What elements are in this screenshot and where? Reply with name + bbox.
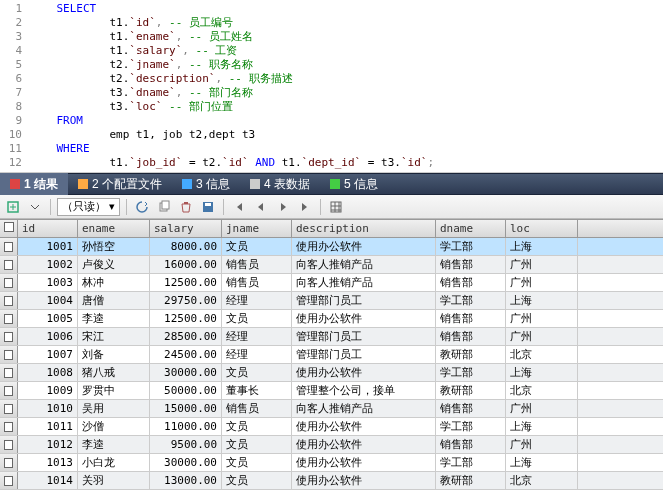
cell-salary: 30000.00 <box>150 364 222 381</box>
cell-description: 使用办公软件 <box>292 238 436 255</box>
cell-dname: 学工部 <box>436 292 506 309</box>
cell-ename: 罗贯中 <box>78 382 150 399</box>
table-row[interactable]: 1009罗贯中50000.00董事长管理整个公司，接单教研部北京 <box>0 382 663 400</box>
table-row[interactable]: 1003林冲12500.00销售员向客人推销产品销售部广州 <box>0 274 663 292</box>
cell-jname: 销售员 <box>222 256 292 273</box>
cell-id: 1005 <box>18 310 78 327</box>
cell-loc: 上海 <box>506 454 578 471</box>
cell-jname: 文员 <box>222 238 292 255</box>
col-id[interactable]: id <box>18 220 78 237</box>
row-checkbox[interactable] <box>0 310 18 327</box>
grid-icon[interactable] <box>327 198 345 216</box>
cell-loc: 广州 <box>506 256 578 273</box>
next-icon[interactable] <box>274 198 292 216</box>
cell-loc: 广州 <box>506 310 578 327</box>
row-checkbox[interactable] <box>0 256 18 273</box>
cell-salary: 29750.00 <box>150 292 222 309</box>
save-icon[interactable] <box>199 198 217 216</box>
cell-description: 使用办公软件 <box>292 454 436 471</box>
cell-ename: 林冲 <box>78 274 150 291</box>
cell-salary: 13000.00 <box>150 472 222 489</box>
table-row[interactable]: 1014关羽13000.00文员使用办公软件教研部北京 <box>0 472 663 490</box>
table-row[interactable]: 1001孙悟空8000.00文员使用办公软件学工部上海 <box>0 238 663 256</box>
row-checkbox[interactable] <box>0 472 18 489</box>
checkbox-header[interactable] <box>0 220 18 237</box>
row-checkbox[interactable] <box>0 346 18 363</box>
cell-ename: 宋江 <box>78 328 150 345</box>
table-row[interactable]: 1011沙僧11000.00文员使用办公软件学工部上海 <box>0 418 663 436</box>
table-row[interactable]: 1010吴用15000.00销售员向客人推销产品销售部广州 <box>0 400 663 418</box>
copy-icon[interactable] <box>155 198 173 216</box>
col-jname[interactable]: jname <box>222 220 292 237</box>
row-checkbox[interactable] <box>0 382 18 399</box>
cell-id: 1012 <box>18 436 78 453</box>
col-dname[interactable]: dname <box>436 220 506 237</box>
tab-3[interactable]: 4 表数据 <box>240 173 320 195</box>
col-salary[interactable]: salary <box>150 220 222 237</box>
cell-jname: 文员 <box>222 418 292 435</box>
cell-jname: 文员 <box>222 454 292 471</box>
refresh-icon[interactable] <box>133 198 151 216</box>
cell-dname: 教研部 <box>436 472 506 489</box>
cell-salary: 15000.00 <box>150 400 222 417</box>
col-description[interactable]: description <box>292 220 436 237</box>
cell-salary: 9500.00 <box>150 436 222 453</box>
row-checkbox[interactable] <box>0 328 18 345</box>
table-row[interactable]: 1002卢俊义16000.00销售员向客人推销产品销售部广州 <box>0 256 663 274</box>
tab-4[interactable]: 5 信息 <box>320 173 388 195</box>
row-checkbox[interactable] <box>0 292 18 309</box>
table-row[interactable]: 1008猪八戒30000.00文员使用办公软件学工部上海 <box>0 364 663 382</box>
cell-ename: 吴用 <box>78 400 150 417</box>
table-row[interactable]: 1006宋江28500.00经理管理部门员工销售部广州 <box>0 328 663 346</box>
tab-1[interactable]: 2 个配置文件 <box>68 173 172 195</box>
cell-id: 1004 <box>18 292 78 309</box>
cell-dname: 销售部 <box>436 310 506 327</box>
cell-description: 使用办公软件 <box>292 364 436 381</box>
svg-rect-2 <box>162 201 169 209</box>
sql-editor[interactable]: 1 SELECT2 t1.`id`, -- 员工编号3 t1.`ename`, … <box>0 0 663 173</box>
prev-icon[interactable] <box>252 198 270 216</box>
separator <box>320 199 321 215</box>
export-icon[interactable] <box>4 198 22 216</box>
col-loc[interactable]: loc <box>506 220 578 237</box>
dropdown-icon[interactable] <box>26 198 44 216</box>
cell-dname: 教研部 <box>436 346 506 363</box>
cell-description: 使用办公软件 <box>292 310 436 327</box>
cell-loc: 上海 <box>506 292 578 309</box>
last-icon[interactable] <box>296 198 314 216</box>
row-checkbox[interactable] <box>0 364 18 381</box>
cell-dname: 学工部 <box>436 454 506 471</box>
cell-salary: 12500.00 <box>150 310 222 327</box>
cell-jname: 经理 <box>222 328 292 345</box>
table-row[interactable]: 1013小白龙30000.00文员使用办公软件学工部上海 <box>0 454 663 472</box>
row-checkbox[interactable] <box>0 238 18 255</box>
cell-id: 1014 <box>18 472 78 489</box>
cell-description: 向客人推销产品 <box>292 400 436 417</box>
cell-salary: 16000.00 <box>150 256 222 273</box>
row-checkbox[interactable] <box>0 274 18 291</box>
row-checkbox[interactable] <box>0 400 18 417</box>
cell-loc: 广州 <box>506 274 578 291</box>
cell-ename: 关羽 <box>78 472 150 489</box>
col-ename[interactable]: ename <box>78 220 150 237</box>
table-row[interactable]: 1005李逵12500.00文员使用办公软件销售部广州 <box>0 310 663 328</box>
row-checkbox[interactable] <box>0 418 18 435</box>
cell-dname: 销售部 <box>436 400 506 417</box>
cell-ename: 猪八戒 <box>78 364 150 381</box>
cell-dname: 学工部 <box>436 238 506 255</box>
cell-ename: 小白龙 <box>78 454 150 471</box>
cell-dname: 学工部 <box>436 418 506 435</box>
cell-description: 使用办公软件 <box>292 472 436 489</box>
row-checkbox[interactable] <box>0 436 18 453</box>
row-checkbox[interactable] <box>0 454 18 471</box>
table-row[interactable]: 1004唐僧29750.00经理管理部门员工学工部上海 <box>0 292 663 310</box>
readonly-select[interactable]: （只读） ▾ <box>57 198 120 216</box>
table-row[interactable]: 1012李逵9500.00文员使用办公软件销售部广州 <box>0 436 663 454</box>
table-row[interactable]: 1007刘备24500.00经理管理部门员工教研部北京 <box>0 346 663 364</box>
delete-icon[interactable] <box>177 198 195 216</box>
first-icon[interactable] <box>230 198 248 216</box>
tab-0[interactable]: 1 结果 <box>0 173 68 195</box>
tab-2[interactable]: 3 信息 <box>172 173 240 195</box>
cell-salary: 30000.00 <box>150 454 222 471</box>
cell-jname: 销售员 <box>222 400 292 417</box>
